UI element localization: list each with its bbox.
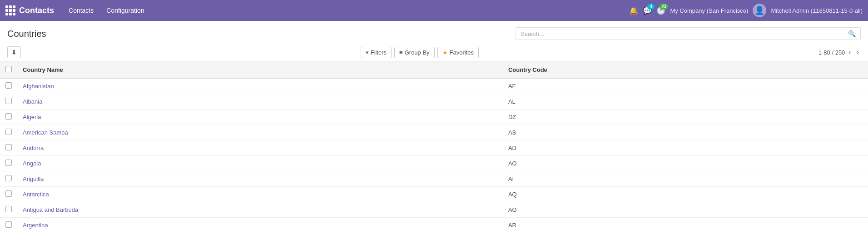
toolbar-left: ⬇ bbox=[7, 46, 21, 58]
apps-menu-icon[interactable] bbox=[5, 5, 15, 15]
filters-button[interactable]: ▾ Filters bbox=[361, 47, 392, 58]
country-code-cell: AL bbox=[503, 94, 868, 110]
row-checkbox[interactable] bbox=[5, 129, 12, 135]
row-checkbox-cell bbox=[0, 156, 17, 171]
country-name-link[interactable]: Albania bbox=[23, 98, 42, 105]
app-title: Contacts bbox=[19, 6, 54, 15]
country-name-link[interactable]: Anguilla bbox=[23, 175, 44, 182]
toolbar: ⬇ ▾ Filters ≡ Group By ★ Favorites 1-80 … bbox=[0, 44, 868, 61]
select-all-checkbox[interactable] bbox=[5, 66, 12, 72]
table-body: Afghanistan AF Albania AL Algeria DZ bbox=[0, 79, 868, 233]
row-checkbox-cell bbox=[0, 110, 17, 125]
country-name-link[interactable]: American Samoa bbox=[23, 129, 68, 136]
row-checkbox[interactable] bbox=[5, 190, 12, 197]
country-name-link[interactable]: Algeria bbox=[23, 114, 41, 120]
country-name-cell: Antigua and Barbuda bbox=[17, 202, 503, 218]
select-all-header bbox=[0, 61, 17, 79]
table-row: American Samoa AS bbox=[0, 125, 868, 140]
search-icon[interactable]: 🔍 bbox=[848, 30, 856, 37]
country-code-cell: AQ bbox=[503, 187, 868, 202]
table-header: Country Name Country Code bbox=[0, 61, 868, 79]
activity-button[interactable]: 🕐 23 bbox=[656, 6, 665, 15]
country-name-cell: American Samoa bbox=[17, 125, 503, 140]
row-checkbox-cell bbox=[0, 218, 17, 233]
country-code-cell: AO bbox=[503, 156, 868, 171]
prev-page-button[interactable]: ‹ bbox=[847, 47, 853, 57]
table-row: Afghanistan AF bbox=[0, 79, 868, 94]
table-row: Algeria DZ bbox=[0, 110, 868, 125]
country-name-header[interactable]: Country Name bbox=[17, 61, 503, 79]
row-checkbox-cell bbox=[0, 171, 17, 187]
topnav-right: 🔔 💬 4 🕐 23 My Company (San Francisco) 👤 … bbox=[629, 4, 863, 17]
filter-controls: ▾ Filters ≡ Group By ★ Favorites bbox=[25, 47, 815, 58]
favorites-button[interactable]: ★ Favorites bbox=[437, 47, 479, 58]
row-checkbox[interactable] bbox=[5, 98, 12, 104]
country-name-cell: Andorra bbox=[17, 140, 503, 156]
country-name-cell: Albania bbox=[17, 94, 503, 110]
country-code-cell: AD bbox=[503, 140, 868, 156]
search-bar: 🔍 bbox=[516, 27, 861, 40]
search-input[interactable] bbox=[521, 30, 848, 37]
table-row: Albania AL bbox=[0, 94, 868, 110]
menu-configuration[interactable]: Configuration bbox=[101, 5, 149, 16]
row-checkbox[interactable] bbox=[5, 206, 12, 212]
next-page-button[interactable]: › bbox=[855, 47, 861, 57]
row-checkbox-cell bbox=[0, 125, 17, 140]
group-by-button[interactable]: ≡ Group By bbox=[394, 47, 435, 58]
country-name-link[interactable]: Argentina bbox=[23, 222, 48, 229]
star-icon: ★ bbox=[442, 49, 448, 56]
download-button[interactable]: ⬇ bbox=[7, 46, 21, 58]
row-checkbox[interactable] bbox=[5, 82, 12, 89]
country-code-cell: AI bbox=[503, 171, 868, 187]
row-checkbox[interactable] bbox=[5, 221, 12, 228]
row-checkbox[interactable] bbox=[5, 160, 12, 166]
group-by-label: Group By bbox=[405, 49, 430, 56]
notification-bell[interactable]: 🔔 bbox=[629, 6, 638, 15]
row-checkbox[interactable] bbox=[5, 144, 12, 150]
app-logo[interactable]: Contacts bbox=[5, 5, 54, 15]
group-by-icon: ≡ bbox=[399, 49, 403, 56]
table-row: Antarctica AQ bbox=[0, 187, 868, 202]
row-checkbox[interactable] bbox=[5, 113, 12, 120]
country-name-link[interactable]: Antigua and Barbuda bbox=[23, 206, 78, 213]
country-code-cell: DZ bbox=[503, 110, 868, 125]
country-code-cell: AS bbox=[503, 125, 868, 140]
row-checkbox-cell bbox=[0, 187, 17, 202]
chat-button[interactable]: 💬 4 bbox=[643, 6, 652, 15]
country-name-cell: Argentina bbox=[17, 218, 503, 233]
avatar-image: 👤 bbox=[754, 5, 764, 15]
table-row: Andorra AD bbox=[0, 140, 868, 156]
activity-badge: 23 bbox=[660, 4, 668, 10]
country-name-link[interactable]: Antarctica bbox=[23, 191, 49, 198]
row-checkbox-cell bbox=[0, 94, 17, 110]
row-checkbox[interactable] bbox=[5, 175, 12, 181]
menu-contacts[interactable]: Contacts bbox=[63, 5, 99, 16]
row-checkbox-cell bbox=[0, 140, 17, 156]
page-title: Countries bbox=[7, 29, 46, 39]
filter-icon: ▾ bbox=[366, 49, 369, 56]
countries-table: Country Name Country Code Afghanistan AF… bbox=[0, 61, 868, 233]
download-icon: ⬇ bbox=[11, 49, 17, 56]
country-code-cell: AF bbox=[503, 79, 868, 94]
user-name: Mitchell Admin (11650811-15-0-all) bbox=[771, 7, 863, 14]
company-name: My Company (San Francisco) bbox=[670, 7, 748, 14]
table-row: Anguilla AI bbox=[0, 171, 868, 187]
table-row: Antigua and Barbuda AG bbox=[0, 202, 868, 218]
toolbar-right: 1-80 / 250 ‹ › bbox=[818, 47, 861, 57]
country-name-link[interactable]: Afghanistan bbox=[23, 83, 54, 90]
country-code-header[interactable]: Country Code bbox=[503, 61, 868, 79]
country-name-link[interactable]: Angola bbox=[23, 160, 41, 167]
table-row: Angola AO bbox=[0, 156, 868, 171]
table-row: Argentina AR bbox=[0, 218, 868, 233]
top-menu: Contacts Configuration bbox=[63, 5, 629, 16]
country-name-cell: Angola bbox=[17, 156, 503, 171]
country-code-cell: AG bbox=[503, 202, 868, 218]
user-avatar[interactable]: 👤 bbox=[753, 4, 766, 17]
table-container: Country Name Country Code Afghanistan AF… bbox=[0, 61, 868, 233]
filters-label: Filters bbox=[371, 49, 387, 56]
bell-icon: 🔔 bbox=[629, 6, 638, 15]
country-name-cell: Antarctica bbox=[17, 187, 503, 202]
country-name-link[interactable]: Andorra bbox=[23, 145, 44, 151]
favorites-label: Favorites bbox=[450, 49, 474, 56]
country-code-cell: AR bbox=[503, 218, 868, 233]
